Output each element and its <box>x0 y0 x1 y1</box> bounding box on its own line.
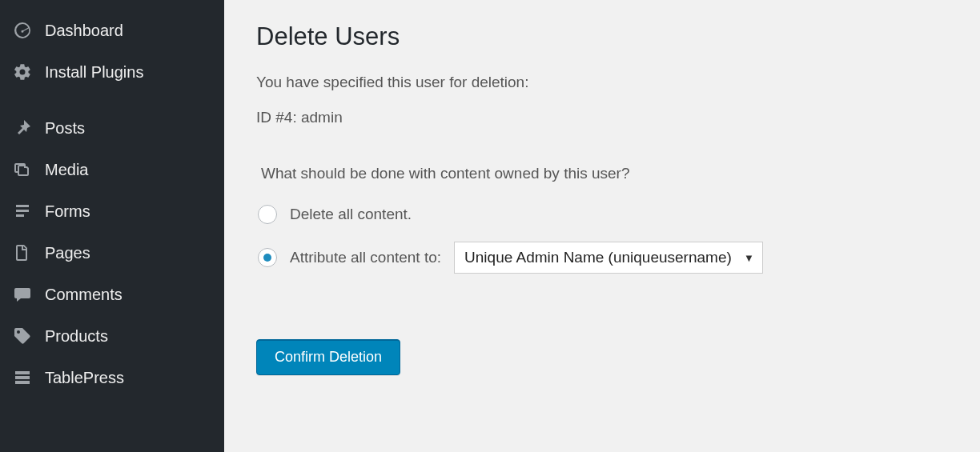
user-deletion-line: ID #4: admin <box>256 109 948 126</box>
lead-text: You have specified this user for deletio… <box>256 74 948 91</box>
sidebar-spacer <box>0 93 224 107</box>
page-title: Delete Users <box>256 22 948 51</box>
table-icon <box>11 367 34 388</box>
dashboard-icon <box>11 20 34 41</box>
sidebar-item-label: Media <box>45 161 88 179</box>
comment-icon <box>11 284 34 305</box>
media-icon <box>11 159 34 180</box>
sidebar-item-dashboard[interactable]: Dashboard <box>0 10 224 51</box>
sidebar-item-media[interactable]: Media <box>0 149 224 190</box>
sidebar-item-label: Posts <box>45 119 85 138</box>
option-attribute-row: Attribute all content to: Unique Admin N… <box>256 242 948 274</box>
sidebar-item-products[interactable]: Products <box>0 315 224 357</box>
attribute-user-select[interactable]: Unique Admin Name (uniqueusername) ▼ <box>454 242 763 274</box>
content-question: What should be done with content owned b… <box>256 165 948 182</box>
pin-icon <box>11 118 34 138</box>
sidebar-item-tablepress[interactable]: TablePress <box>0 357 224 398</box>
sidebar-item-label: Products <box>45 327 108 346</box>
option-delete-row: Delete all content. <box>256 205 948 224</box>
forms-icon <box>11 201 34 222</box>
sidebar-item-label: Forms <box>45 202 90 221</box>
main-content: Delete Users You have specified this use… <box>224 0 980 452</box>
gear-icon <box>11 62 34 82</box>
chevron-down-icon: ▼ <box>744 252 754 264</box>
confirm-deletion-button[interactable]: Confirm Deletion <box>256 339 400 375</box>
sidebar-item-install-plugins[interactable]: Install Plugins <box>0 51 224 93</box>
sidebar-item-label: Comments <box>45 286 122 304</box>
sidebar-item-posts[interactable]: Posts <box>0 107 224 149</box>
option-attribute-label: Attribute all content to: <box>290 249 441 266</box>
radio-delete-all[interactable] <box>258 205 277 224</box>
sidebar-item-label: Pages <box>45 244 90 262</box>
option-delete-label: Delete all content. <box>290 206 412 223</box>
sidebar-item-label: Dashboard <box>45 22 123 40</box>
sidebar-item-comments[interactable]: Comments <box>0 274 224 315</box>
pages-icon <box>11 242 34 263</box>
tag-icon <box>11 326 34 346</box>
sidebar-item-label: Install Plugins <box>45 63 143 82</box>
radio-attribute[interactable] <box>258 248 277 267</box>
sidebar-item-label: TablePress <box>45 369 124 387</box>
admin-sidebar: Dashboard Install Plugins Posts Media Fo… <box>0 0 224 452</box>
select-value: Unique Admin Name (uniqueusername) <box>464 249 732 266</box>
sidebar-item-pages[interactable]: Pages <box>0 232 224 274</box>
sidebar-item-forms[interactable]: Forms <box>0 190 224 232</box>
